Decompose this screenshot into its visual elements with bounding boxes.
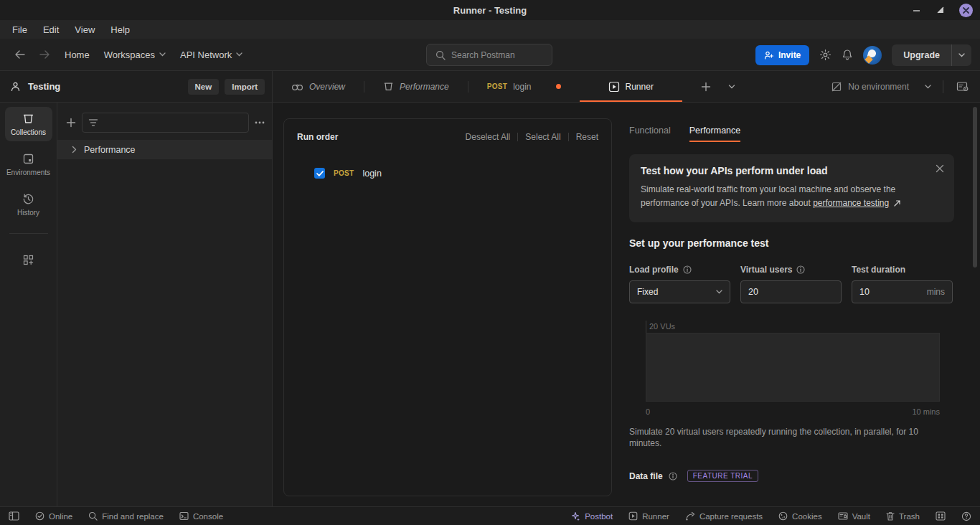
- run-order-title: Run order: [297, 132, 338, 142]
- menu-bar: File Edit View Help: [0, 20, 980, 39]
- chart-x-end: 10 mins: [912, 407, 940, 416]
- main-area: Overview Performance POST login: [273, 71, 980, 506]
- collections-filter-input[interactable]: [82, 113, 249, 133]
- tab-runner[interactable]: Runner: [580, 71, 682, 102]
- settings-gear-icon[interactable]: [819, 49, 831, 61]
- workspace-switcher[interactable]: Testing: [10, 81, 60, 92]
- import-button[interactable]: Import: [225, 79, 265, 95]
- external-link-icon: [894, 200, 900, 207]
- minimize-button[interactable]: [910, 4, 922, 16]
- chevron-down-icon: [925, 85, 931, 89]
- upgrade-split-button: Upgrade: [892, 44, 971, 66]
- upgrade-dropdown[interactable]: [951, 44, 971, 66]
- request-checkbox[interactable]: [314, 168, 325, 179]
- vault-button[interactable]: Vault: [832, 511, 876, 521]
- run-order-panel: Run order Deselect All Select All Reset: [283, 118, 612, 496]
- upgrade-button[interactable]: Upgrade: [892, 44, 951, 66]
- collections-toolbar: [57, 103, 272, 140]
- menu-help[interactable]: Help: [104, 22, 136, 37]
- window-controls: [910, 0, 973, 20]
- tab-performance[interactable]: Performance: [689, 126, 741, 142]
- menu-view[interactable]: View: [68, 22, 101, 37]
- new-button[interactable]: New: [188, 79, 220, 95]
- vertical-scrollbar[interactable]: [973, 107, 977, 268]
- grid-plus-icon: [22, 254, 34, 266]
- new-tab-button[interactable]: [692, 71, 720, 102]
- banner-title: Test how your APIs perform under load: [641, 165, 943, 176]
- info-icon[interactable]: [796, 265, 805, 274]
- menu-file[interactable]: File: [6, 22, 34, 37]
- cookies-button[interactable]: Cookies: [773, 511, 828, 521]
- load-profile-select[interactable]: Fixed: [629, 280, 730, 303]
- search-icon: [88, 511, 98, 521]
- tab-post-login[interactable]: POST login: [468, 71, 580, 102]
- collections-icon: [22, 113, 34, 125]
- trash-button[interactable]: Trash: [880, 511, 925, 521]
- filter-icon: [88, 118, 98, 127]
- header-actions: Invite Upgrade: [755, 39, 971, 71]
- load-profile-chart: 20 VUs 0 10 mins: [629, 321, 940, 416]
- run-order-request-row[interactable]: POST login: [297, 168, 598, 179]
- invite-user-icon: [764, 51, 774, 60]
- sidebar-item-history[interactable]: History: [5, 187, 52, 222]
- more-options-icon[interactable]: [255, 121, 265, 124]
- invite-button[interactable]: Invite: [755, 45, 809, 65]
- toggle-sidebar-icon[interactable]: [9, 511, 25, 521]
- setup-heading: Set up your performance test: [629, 237, 954, 249]
- feature-trial-badge: FEATURE TRIAL: [687, 470, 758, 482]
- maximize-button[interactable]: [935, 4, 946, 16]
- chevron-right-icon: [72, 146, 77, 153]
- virtual-users-input[interactable]: [748, 287, 834, 297]
- banner-close-icon[interactable]: [936, 164, 944, 173]
- workspace-person-icon: [10, 81, 21, 92]
- back-arrow-icon[interactable]: [14, 49, 26, 60]
- forward-arrow-icon[interactable]: [39, 49, 50, 60]
- environment-quick-look-icon[interactable]: [948, 81, 980, 93]
- nav-links: Home Workspaces API Network: [57, 45, 250, 65]
- user-avatar[interactable]: [863, 46, 882, 65]
- select-all-link[interactable]: Select All: [525, 132, 560, 142]
- run-configuration-panel: Functional Performance Test how your API…: [629, 103, 954, 506]
- deselect-all-link[interactable]: Deselect All: [466, 132, 511, 142]
- console-button[interactable]: Console: [174, 511, 229, 521]
- sidebar-item-environments[interactable]: Environments: [5, 147, 52, 181]
- sidebar-item-collections[interactable]: Collections: [5, 107, 52, 141]
- capture-requests-button[interactable]: Capture requests: [679, 511, 768, 521]
- collection-row-performance[interactable]: Performance: [57, 140, 272, 159]
- performance-testing-link[interactable]: performance testing: [813, 198, 889, 208]
- reset-link[interactable]: Reset: [576, 132, 598, 142]
- layout-button[interactable]: [930, 511, 951, 521]
- tab-performance-collection[interactable]: Performance: [364, 71, 468, 102]
- connection-status[interactable]: Online: [29, 511, 78, 521]
- vault-icon: [838, 511, 848, 521]
- nav-api-network[interactable]: API Network: [173, 45, 250, 65]
- duration-unit: mins: [920, 287, 945, 297]
- header-nav: Home Workspaces API Network Search Postm…: [0, 39, 980, 71]
- search-icon: [435, 50, 446, 60]
- environments-icon: [22, 153, 34, 165]
- menu-edit[interactable]: Edit: [37, 22, 65, 37]
- info-icon[interactable]: [683, 265, 692, 274]
- find-and-replace-button[interactable]: Find and replace: [83, 511, 169, 521]
- tab-overview[interactable]: Overview: [273, 71, 364, 102]
- global-search[interactable]: Search Postman: [426, 44, 552, 66]
- tab-functional[interactable]: Functional: [629, 126, 671, 142]
- postbot-button[interactable]: Postbot: [565, 511, 618, 521]
- configure-sidebar-button[interactable]: [5, 250, 52, 270]
- add-collection-button[interactable]: [66, 118, 76, 128]
- no-environment-icon: [831, 81, 842, 93]
- environment-group: No environment: [824, 71, 980, 102]
- environment-selector[interactable]: No environment: [824, 81, 938, 93]
- help-button[interactable]: [956, 511, 971, 521]
- test-duration-input[interactable]: [859, 287, 920, 297]
- tab-options-chevron[interactable]: [720, 71, 744, 102]
- notifications-bell-icon[interactable]: [842, 49, 853, 61]
- postbot-icon: [570, 511, 580, 521]
- runner-button[interactable]: Runner: [623, 511, 675, 521]
- close-button[interactable]: [959, 4, 973, 17]
- nav-home[interactable]: Home: [57, 45, 97, 65]
- runner-play-icon: [608, 81, 620, 93]
- nav-workspaces[interactable]: Workspaces: [97, 45, 173, 65]
- console-icon: [179, 511, 189, 521]
- info-icon[interactable]: [669, 472, 677, 481]
